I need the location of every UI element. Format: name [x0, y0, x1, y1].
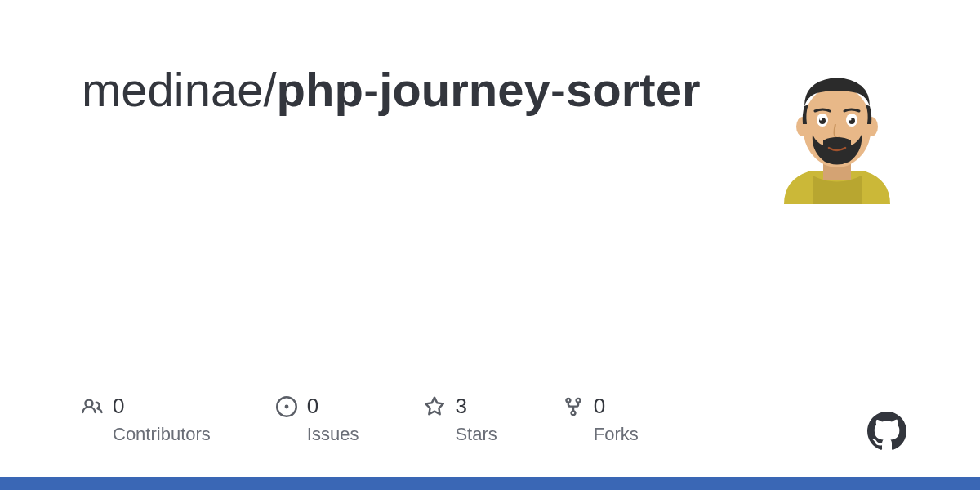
repo-slash: / — [263, 63, 276, 116]
repo-owner: medinae — [82, 63, 263, 116]
repo-title: medinae/php-journey-sorter — [82, 61, 700, 118]
stat-stars: 3 Stars — [424, 394, 497, 445]
svg-point-9 — [849, 118, 852, 121]
github-logo-icon — [867, 412, 906, 451]
repo-sep1: - — [363, 63, 379, 116]
issues-label: Issues — [307, 424, 359, 445]
issues-count: 0 — [307, 394, 318, 419]
repo-name-part3: sorter — [566, 63, 700, 116]
forks-count: 0 — [594, 394, 605, 419]
stat-issues: 0 Issues — [276, 394, 359, 445]
contributors-icon — [82, 396, 103, 417]
avatar — [768, 65, 906, 204]
repo-stats: 0 Contributors 0 Issues 3 Stars — [82, 394, 906, 490]
stat-contributors: 0 Contributors — [82, 394, 211, 445]
contributors-label: Contributors — [113, 424, 211, 445]
issues-icon — [276, 396, 297, 417]
repo-name-part2: journey — [379, 63, 550, 116]
forks-label: Forks — [594, 424, 639, 445]
repo-header: medinae/php-journey-sorter — [82, 61, 906, 204]
repo-name-part1: php — [277, 63, 363, 116]
stars-count: 3 — [455, 394, 466, 419]
contributors-count: 0 — [113, 394, 124, 419]
stars-label: Stars — [455, 424, 497, 445]
star-icon — [424, 396, 445, 417]
fork-icon — [563, 396, 584, 417]
repo-sep2: - — [550, 63, 566, 116]
svg-point-8 — [820, 118, 822, 121]
stat-forks: 0 Forks — [563, 394, 639, 445]
bottom-accent-bar — [0, 477, 980, 490]
